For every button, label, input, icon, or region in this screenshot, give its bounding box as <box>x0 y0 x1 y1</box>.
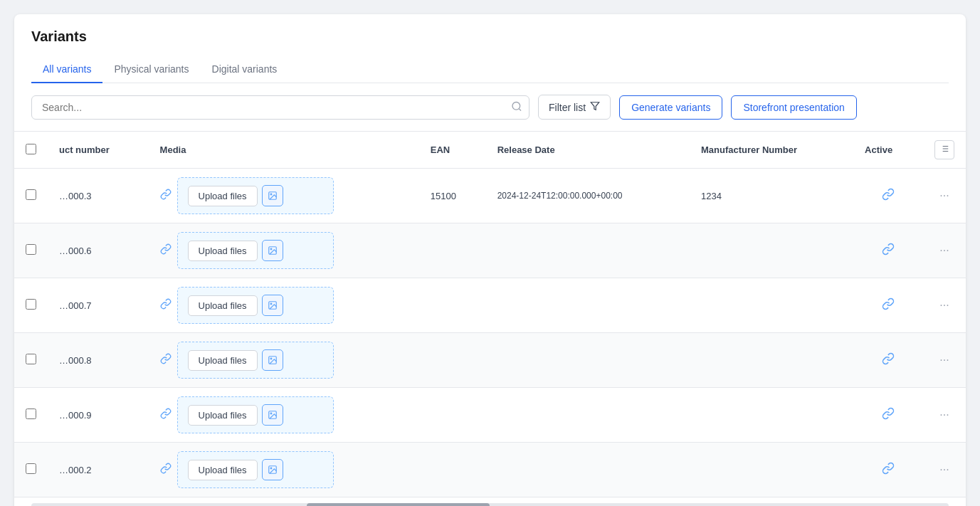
column-settings-button[interactable] <box>934 140 954 159</box>
row-checkbox-cell <box>14 443 48 497</box>
ean-cell <box>419 443 486 497</box>
release-date-cell <box>486 278 690 333</box>
active-cell <box>853 388 923 443</box>
image-picker-button[interactable] <box>262 349 283 371</box>
row-actions-cell[interactable]: ··· <box>923 333 966 388</box>
table-header-row: uct number Media EAN Release Date Manufa… <box>14 132 966 169</box>
image-picker-button[interactable] <box>262 240 283 261</box>
variants-table: uct number Media EAN Release Date Manufa… <box>14 132 966 497</box>
upload-files-button[interactable]: Upload files <box>188 405 258 426</box>
row-checkbox[interactable] <box>26 463 36 474</box>
storefront-presentation-button[interactable]: Storefront presentation <box>731 95 856 120</box>
image-picker-button[interactable] <box>262 459 283 480</box>
active-cell <box>853 333 923 388</box>
ean-cell <box>419 278 486 333</box>
row-checkbox-cell <box>14 333 48 388</box>
upload-drop-area: Upload files <box>177 342 334 379</box>
release-date-cell <box>486 223 690 278</box>
release-date-cell <box>486 443 690 497</box>
svg-point-9 <box>270 194 272 195</box>
svg-point-0 <box>512 102 520 110</box>
table-row: …000.7 Upload files <box>14 278 966 333</box>
image-picker-button[interactable] <box>262 185 283 206</box>
row-checkbox[interactable] <box>26 354 36 364</box>
media-link-icon[interactable] <box>160 408 172 422</box>
manufacturer-number-cell <box>690 223 853 278</box>
col-active: Active <box>853 132 923 169</box>
generate-variants-button[interactable]: Generate variants <box>619 95 722 120</box>
product-number-cell: …000.6 <box>48 223 149 278</box>
tab-bar: All variants Physical variants Digital v… <box>31 56 949 83</box>
upload-drop-area: Upload files <box>177 396 334 433</box>
active-cell <box>853 278 923 333</box>
svg-point-19 <box>270 468 272 469</box>
tab-digital-variants[interactable]: Digital variants <box>201 56 289 83</box>
select-all-checkbox[interactable] <box>26 144 36 154</box>
upload-drop-area: Upload files <box>177 232 334 269</box>
search-icon <box>511 100 522 114</box>
toolbar: Filter list Generate variants Storefront… <box>14 83 966 132</box>
upload-files-button[interactable]: Upload files <box>188 295 258 316</box>
media-cell: Upload files <box>149 169 419 223</box>
release-date-cell: 2024-12-24T12:00:00.000+00:00 <box>486 169 690 223</box>
media-cell: Upload files <box>149 278 419 333</box>
row-actions-cell[interactable]: ··· <box>923 223 966 278</box>
manufacturer-number-cell: 1234 <box>690 169 853 223</box>
col-manufacturer-number: Manufacturer Number <box>690 132 853 169</box>
search-input[interactable] <box>31 95 529 120</box>
filter-icon <box>590 101 600 113</box>
active-cell <box>853 169 923 223</box>
svg-marker-1 <box>591 102 599 110</box>
row-actions-cell[interactable]: ··· <box>923 169 966 223</box>
row-checkbox-cell <box>14 388 48 443</box>
row-checkbox[interactable] <box>26 189 36 200</box>
image-picker-button[interactable] <box>262 404 283 426</box>
row-checkbox[interactable] <box>26 409 36 419</box>
col-media: Media <box>149 132 419 169</box>
media-link-icon[interactable] <box>160 243 172 258</box>
manufacturer-number-cell <box>690 388 853 443</box>
row-checkbox-cell <box>14 223 48 278</box>
col-release-date: Release Date <box>486 132 690 169</box>
horizontal-scrollbar[interactable] <box>31 503 949 506</box>
product-number-cell: …000.9 <box>48 388 149 443</box>
product-number-cell: …000.2 <box>48 443 149 497</box>
table-row: …000.6 Upload files <box>14 223 966 278</box>
select-all-checkbox-col <box>14 132 48 169</box>
release-date-cell <box>486 333 690 388</box>
table-row: …000.9 Upload files <box>14 388 966 443</box>
search-wrapper <box>31 95 529 120</box>
table-row: …000.3 Upload files <box>14 169 966 223</box>
upload-files-button[interactable]: Upload files <box>188 186 258 206</box>
media-link-icon[interactable] <box>160 298 172 312</box>
tab-all-variants[interactable]: All variants <box>31 56 102 83</box>
upload-files-button[interactable]: Upload files <box>188 460 258 480</box>
row-checkbox[interactable] <box>26 299 36 310</box>
tab-physical-variants[interactable]: Physical variants <box>102 56 200 83</box>
col-product-number: uct number <box>48 132 149 169</box>
media-link-icon[interactable] <box>160 463 172 477</box>
image-picker-button[interactable] <box>262 295 283 316</box>
active-cell <box>853 223 923 278</box>
media-cell: Upload files <box>149 388 419 443</box>
filter-list-button[interactable]: Filter list <box>538 95 611 120</box>
col-settings <box>923 132 966 169</box>
media-link-icon[interactable] <box>160 353 172 367</box>
row-actions-cell[interactable]: ··· <box>923 388 966 443</box>
release-date-cell <box>486 388 690 443</box>
svg-point-15 <box>270 358 272 359</box>
upload-files-button[interactable]: Upload files <box>188 350 258 371</box>
row-actions-cell[interactable]: ··· <box>923 443 966 497</box>
row-checkbox[interactable] <box>26 244 36 255</box>
media-cell: Upload files <box>149 443 419 497</box>
variants-table-wrapper: uct number Media EAN Release Date Manufa… <box>14 132 966 497</box>
svg-point-11 <box>270 248 272 250</box>
manufacturer-number-cell <box>690 278 853 333</box>
media-cell: Upload files <box>149 333 419 388</box>
product-number-cell: …000.7 <box>48 278 149 333</box>
upload-drop-area: Upload files <box>177 287 334 324</box>
media-link-icon[interactable] <box>160 189 172 203</box>
upload-files-button[interactable]: Upload files <box>188 241 258 261</box>
row-actions-cell[interactable]: ··· <box>923 278 966 333</box>
table-row: …000.8 Upload files <box>14 333 966 388</box>
